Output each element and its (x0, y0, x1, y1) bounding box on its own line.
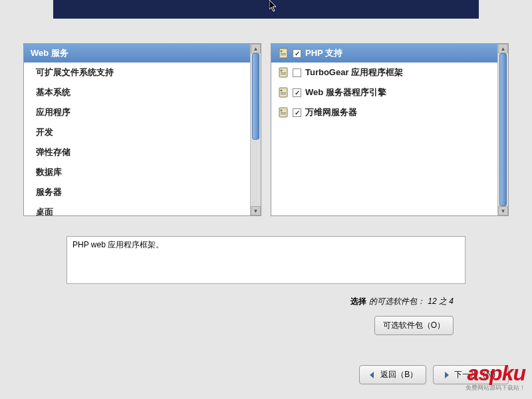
package-checkbox[interactable]: ✓ (293, 49, 301, 58)
package-checkbox[interactable] (293, 68, 301, 77)
svg-point-1 (281, 51, 283, 53)
optional-button-label: 可选软件包（O） (383, 320, 445, 331)
svg-rect-15 (281, 114, 286, 114)
category-item[interactable]: 可扩展文件系统支持 (24, 63, 250, 82)
svg-point-5 (281, 70, 283, 72)
scroll-up-button[interactable]: ▲ (498, 44, 508, 53)
package-item[interactable]: ✓ Web 服务器程序引擎 (271, 82, 497, 102)
package-icon (278, 87, 289, 98)
optional-packages-button[interactable]: 可选软件包（O） (374, 316, 454, 335)
package-icon (278, 107, 289, 118)
package-checkbox[interactable]: ✓ (293, 88, 301, 97)
status-count: 12 之 4 (428, 296, 454, 307)
category-label: 基本系统 (36, 86, 70, 98)
description-box: PHP web 应用程序框架。 (66, 236, 466, 284)
package-label: Web 服务器程序引擎 (305, 86, 386, 98)
category-item[interactable]: 基本系统 (24, 82, 250, 102)
category-label: 开发 (36, 126, 53, 138)
package-panel: ✓ PHP 支持 TurboGear 应用程序框架 ✓ Web 服务器程序引擎 … (271, 43, 509, 216)
main-content: Web 服务 可扩展文件系统支持 基本系统 应用程序 开发 弹性存储 数据库 服… (23, 43, 509, 216)
svg-rect-3 (281, 55, 286, 55)
category-item[interactable]: 桌面 (24, 202, 250, 215)
back-button-label: 返回（B） (380, 369, 418, 380)
category-label: 桌面 (36, 206, 53, 215)
category-item[interactable]: 应用程序 (24, 102, 250, 122)
svg-point-13 (281, 110, 283, 112)
arrow-right-icon (442, 370, 451, 380)
package-item[interactable]: ✓ 万维网服务器 (271, 102, 497, 122)
status-line: 选择 的可选软件包： 12 之 4 (350, 296, 454, 307)
scrollbar-thumb[interactable] (252, 53, 259, 140)
svg-rect-2 (281, 53, 286, 54)
category-item[interactable]: 弹性存储 (24, 142, 250, 162)
status-prefix: 选择 (350, 296, 366, 307)
back-button[interactable]: 返回（B） (359, 365, 426, 384)
scroll-down-button[interactable]: ▼ (498, 206, 508, 215)
arrow-left-icon (368, 370, 377, 380)
category-header-label: Web 服务 (31, 47, 68, 59)
category-label: 数据库 (36, 166, 62, 178)
scrollbar-thumb[interactable] (499, 53, 507, 206)
watermark-sub: 免费网站源码下载站！ (466, 384, 525, 392)
scrollbar[interactable]: ▲ ▼ (250, 44, 261, 215)
svg-point-9 (281, 90, 283, 92)
category-item[interactable]: 开发 (24, 122, 250, 142)
package-checkbox[interactable]: ✓ (293, 108, 301, 117)
category-label: 应用程序 (36, 106, 70, 118)
svg-rect-11 (281, 94, 286, 94)
package-label: TurboGear 应用程序框架 (305, 66, 403, 78)
category-label: 弹性存储 (36, 146, 70, 158)
watermark: aspku 免费网站源码下载站！ (466, 365, 525, 392)
svg-rect-7 (281, 74, 286, 74)
svg-rect-6 (281, 72, 286, 73)
category-panel: Web 服务 可扩展文件系统支持 基本系统 应用程序 开发 弹性存储 数据库 服… (23, 43, 261, 216)
scrollbar[interactable]: ▲ ▼ (497, 44, 508, 215)
package-header-label: PHP 支持 (305, 47, 342, 59)
package-header-selected[interactable]: ✓ PHP 支持 (271, 44, 497, 63)
description-text: PHP web 应用程序框架。 (72, 240, 164, 249)
svg-rect-10 (281, 92, 286, 93)
scroll-up-button[interactable]: ▲ (251, 44, 261, 53)
svg-rect-14 (281, 112, 286, 113)
category-label: 服务器 (36, 186, 62, 198)
category-item[interactable]: 数据库 (24, 162, 250, 182)
package-icon (278, 48, 289, 59)
category-header-selected[interactable]: Web 服务 (24, 44, 250, 63)
package-icon (278, 67, 289, 78)
watermark-logo: aspku (466, 365, 525, 382)
title-bar (53, 0, 479, 19)
package-label: 万维网服务器 (305, 106, 357, 118)
package-item[interactable]: TurboGear 应用程序框架 (271, 63, 497, 82)
category-item[interactable]: 服务器 (24, 182, 250, 202)
status-mid: 的可选软件包： (369, 296, 425, 307)
scroll-down-button[interactable]: ▼ (251, 206, 261, 215)
category-label: 可扩展文件系统支持 (36, 66, 114, 78)
